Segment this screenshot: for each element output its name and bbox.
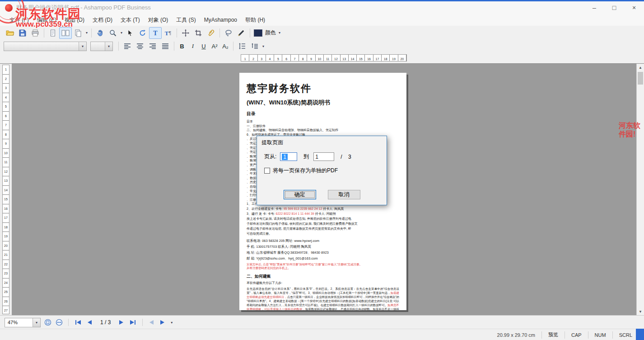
hand-tool-button[interactable] <box>94 27 107 39</box>
ruler-row: 1 234567891011121314151617181920 <box>0 52 644 63</box>
from-page-input[interactable]: 1 <box>280 152 297 161</box>
notice-line: 并将注册密码发送到您的手机上。 <box>247 266 399 270</box>
ruler-mark: 23 <box>3 269 9 279</box>
underline-button[interactable]: U <box>198 41 209 51</box>
menu-object[interactable]: 对象 (O) <box>144 14 173 26</box>
align-justify-button[interactable] <box>159 40 172 52</box>
toc-line: 二、如何建账、明细科目自动增加、明细科目数据输入、凭证制作 <box>247 128 399 132</box>
align-right-button[interactable] <box>146 40 159 52</box>
zoom-tool-button[interactable] <box>107 27 119 39</box>
body-line: 件通过电子邮件发送给您, 您只需将该数据文件拷贝至您安装的文件夹中, 即 <box>247 226 399 231</box>
single-page-view-button[interactable] <box>47 27 59 39</box>
color-dropdown-caret: ▾ <box>277 31 282 35</box>
fit-width-button[interactable] <box>55 318 63 326</box>
subscript-button[interactable]: A₂ <box>220 41 231 51</box>
floppy-icon <box>19 29 27 37</box>
contact-line: 邮 箱: Yjrj923@sohu.com、hyrj_001@163.com <box>247 255 399 261</box>
ruler-mark: 20 <box>3 241 9 251</box>
scroll-down-arrow[interactable]: ▼ <box>637 308 644 316</box>
to-page-input[interactable]: 1 <box>313 152 334 161</box>
scroll-up-arrow[interactable]: ▲ <box>637 64 644 71</box>
menu-tools[interactable]: 工具 (S) <box>172 14 200 26</box>
zoom-combo[interactable]: 47% ▾ <box>5 318 41 327</box>
maximize-button[interactable]: □ <box>604 1 624 14</box>
edit-text-tool-button[interactable]: T <box>149 27 162 39</box>
zoom-caret[interactable]: ▾ <box>33 318 40 327</box>
ruler-mark: 9 <box>3 139 9 149</box>
ruler-mark: 18 <box>382 55 390 61</box>
crop-button[interactable] <box>192 27 205 39</box>
lasso-tool-button[interactable] <box>222 27 235 39</box>
screenshot-corner-block <box>636 329 644 340</box>
body-line: 子邮件发送到我们的电子信箱, 收到您的汇款后, 我们将及时把注册费用户数据文 <box>247 221 399 226</box>
minimize-button[interactable]: – <box>584 1 604 14</box>
ruler-mark: 19 <box>3 232 9 241</box>
superscript-button[interactable]: A² <box>209 41 220 51</box>
line-spacing-button[interactable] <box>236 40 248 52</box>
align-center-button[interactable] <box>134 40 146 52</box>
fit-page-button[interactable] <box>44 318 52 326</box>
caps-lock-indicator: CAP <box>571 332 582 338</box>
menu-text[interactable]: 文本 (T) <box>117 14 144 26</box>
open-button[interactable] <box>4 27 16 39</box>
ruler-mark: 6 <box>282 55 290 61</box>
font-family-combo[interactable]: ▾ <box>4 42 87 51</box>
bold-button[interactable]: B <box>177 41 187 51</box>
spacing-dropdown-caret[interactable]: ▾ <box>261 44 266 48</box>
italic-button[interactable]: I <box>187 41 198 51</box>
ruler-mark: 7 <box>3 121 9 130</box>
previous-page-button[interactable] <box>86 320 93 325</box>
font-size-combo[interactable]: ▾ <box>90 42 113 51</box>
paragraph-spacing-button[interactable] <box>248 40 261 52</box>
history-back-button[interactable] <box>148 320 155 325</box>
add-text-tool-button[interactable]: T¶ <box>162 27 174 39</box>
menu-document[interactable]: 文档 (D) <box>89 14 117 26</box>
section-intro: 本软件建账共分以下几步: <box>247 281 399 285</box>
font-size-caret[interactable]: ▾ <box>105 42 112 51</box>
page-layout-button[interactable] <box>72 27 84 39</box>
zoom-dropdown-caret[interactable]: ▾ <box>119 31 124 35</box>
next-page-button[interactable] <box>117 320 125 325</box>
menu-file[interactable]: 文件 (F) <box>5 14 33 26</box>
close-button[interactable]: × <box>624 1 644 14</box>
menu-view[interactable]: 视图 (D) <box>61 14 89 26</box>
color-picker-button[interactable]: 颜色 ▾ <box>252 27 283 39</box>
last-page-button[interactable] <box>128 320 137 325</box>
vertical-scrollbar[interactable]: ▲ ▼ <box>636 64 644 316</box>
first-page-button[interactable] <box>74 320 83 325</box>
toc-line: 一、注册软件 <box>247 124 399 128</box>
app-icon <box>5 4 13 12</box>
align-center-icon <box>136 43 144 49</box>
facing-pages-view-button[interactable] <box>59 27 72 39</box>
align-right-icon <box>149 43 156 49</box>
history-dropdown-caret[interactable]: ▾ <box>169 321 174 325</box>
ruler-mark: 4 <box>3 93 9 103</box>
ruler-mark: 12 <box>3 167 9 177</box>
save-separate-checkbox[interactable] <box>264 168 270 174</box>
cancel-button[interactable]: 取消 <box>328 190 360 199</box>
menu-myashampoo[interactable]: MyAshampoo <box>200 15 241 25</box>
page-layout-dropdown-caret[interactable]: ▾ <box>84 31 89 35</box>
screenshot-top-border <box>0 0 644 1</box>
menu-help[interactable]: 帮助 (H) <box>241 14 269 26</box>
window-controls: – □ × <box>584 1 644 14</box>
history-forward-button[interactable] <box>159 320 166 325</box>
rotate-tool-button[interactable] <box>136 27 149 39</box>
attach-file-button[interactable] <box>205 27 217 39</box>
extract-pages-dialog: 提取页面 页从: 1 到 1 / 3 将每一页保存为单独的PDF 确定 取消 <box>257 136 387 205</box>
menu-edit[interactable]: 编辑 (E) <box>33 14 61 26</box>
select-tool-button[interactable] <box>124 27 136 39</box>
ruler-mark: 4 <box>266 55 274 61</box>
ruler-mark: 15 <box>3 195 9 204</box>
font-family-caret[interactable]: ▾ <box>79 42 86 51</box>
ruler-mark: 3 <box>258 55 266 61</box>
ruler-mark: 14 <box>3 186 9 195</box>
align-left-button[interactable] <box>121 40 134 52</box>
print-button[interactable] <box>29 27 42 39</box>
move-object-button[interactable] <box>179 27 192 39</box>
scrollbar-thumb[interactable] <box>638 72 643 85</box>
highlighter-tool-button[interactable] <box>235 27 247 39</box>
save-button[interactable] <box>16 27 29 39</box>
ruler-mark: 16 <box>365 55 373 61</box>
ok-button[interactable]: 确定 <box>284 190 316 199</box>
